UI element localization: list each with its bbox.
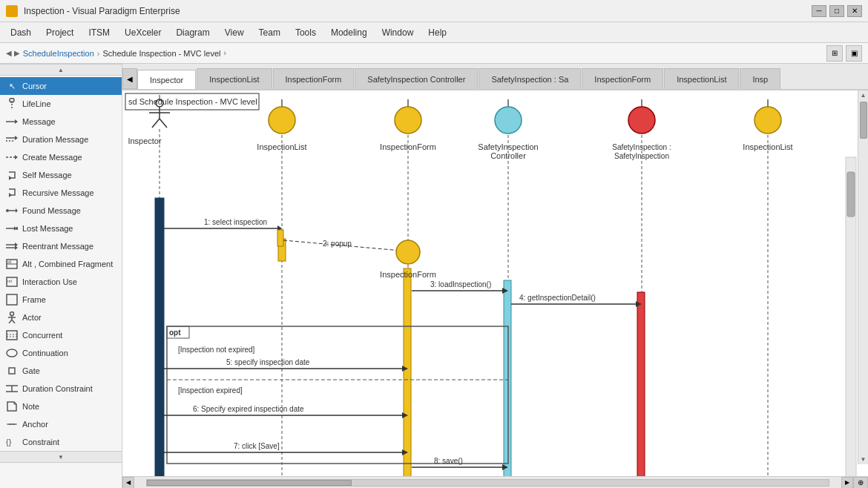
- svg-marker-3: [15, 119, 18, 124]
- interaction-use-icon: ref: [6, 276, 18, 288]
- grid-icon-button[interactable]: ⊞: [826, 45, 843, 62]
- scrollbar-thumb[interactable]: [147, 480, 352, 486]
- tab-safetycontroller[interactable]: SafetyInspection Controller: [355, 68, 478, 89]
- found-message-icon: [6, 205, 18, 217]
- sidebar-item-self-message[interactable]: Self Message: [0, 166, 122, 184]
- maximize-button[interactable]: □: [829, 5, 844, 17]
- sidebar-item-duration-message[interactable]: Duration Message: [0, 131, 122, 148]
- scrollbar-track[interactable]: [146, 479, 829, 487]
- scroll-thumb-vertical[interactable]: [860, 102, 867, 139]
- sidebar-item-create-message[interactable]: Create Message: [0, 148, 122, 166]
- sidebar-item-concurrent[interactable]: Concurrent: [0, 326, 122, 344]
- breadcrumb-nav-arrow[interactable]: ◀ ▶: [6, 49, 20, 57]
- sidebar-item-lifeline[interactable]: LifeLine: [0, 95, 122, 113]
- sidebar-item-continuation[interactable]: Continuation: [0, 344, 122, 362]
- diagram-canvas: sd Schedule Inspection - MVC level Inspe…: [122, 90, 864, 476]
- scroll-right-arrow[interactable]: ▶: [841, 477, 853, 489]
- scroll-down-arrow[interactable]: ▼: [861, 456, 867, 463]
- sidebar-item-interaction-use[interactable]: ref Interaction Use: [0, 273, 122, 291]
- sidebar-item-anchor-label: Anchor: [22, 420, 48, 429]
- minimize-button[interactable]: ─: [812, 5, 826, 17]
- sidebar-item-message-label: Message: [22, 117, 56, 126]
- sidebar-item-alt-combined[interactable]: alt Alt , Combined Fragment: [0, 255, 122, 273]
- sidebar-item-reentrant-message[interactable]: Reentrant Message: [0, 237, 122, 255]
- svg-point-57: [269, 107, 295, 133]
- scroll-left-arrow[interactable]: ◀: [122, 477, 134, 489]
- sidebar-item-lifeline-label: LifeLine: [22, 99, 51, 108]
- svg-text:alt: alt: [7, 260, 12, 264]
- menu-bar: Dash Project ITSM UeXceler Diagram View …: [0, 22, 868, 43]
- tab-inspectionform[interactable]: InspectionForm: [273, 68, 355, 89]
- tab-scroll-left[interactable]: ◀: [122, 68, 137, 89]
- zoom-button[interactable]: ⊕: [853, 477, 868, 489]
- menu-help[interactable]: Help: [421, 24, 454, 41]
- menu-itsm[interactable]: ITSM: [81, 24, 117, 41]
- sidebar-item-duration-label: Duration Message: [22, 135, 88, 144]
- sidebar-item-self-label: Self Message: [22, 171, 72, 179]
- sidebar-item-cursor[interactable]: ↖ Cursor: [0, 77, 122, 95]
- menu-modeling[interactable]: Modeling: [323, 24, 375, 41]
- menu-diagram[interactable]: Diagram: [168, 24, 217, 41]
- tab-inspectionlist2[interactable]: InspectionList: [664, 68, 739, 89]
- sidebar-item-gate[interactable]: Gate: [0, 362, 122, 380]
- close-button[interactable]: ✕: [847, 5, 862, 17]
- menu-window[interactable]: Window: [375, 24, 421, 41]
- sidebar-item-found-label: Found Message: [22, 206, 81, 215]
- lifeline-tabs: ◀ Inspector InspectionList InspectionFor…: [122, 64, 868, 90]
- sidebar-item-constraint[interactable]: {} Constraint: [0, 433, 122, 451]
- alt-combined-icon: alt: [6, 258, 18, 270]
- menu-uexceler[interactable]: UeXceler: [117, 24, 168, 41]
- breadcrumb-item-0[interactable]: ScheduleInspection: [23, 49, 94, 58]
- continuation-icon: [6, 347, 18, 359]
- sidebar-item-constraint-label: Constraint: [22, 438, 59, 446]
- window-controls[interactable]: ─ □ ✕: [812, 5, 862, 17]
- sidebar-item-message[interactable]: Message: [0, 113, 122, 131]
- svg-point-79: [754, 107, 781, 133]
- breadcrumb: ◀ ▶ ScheduleInspection › Schedule Inspec…: [0, 43, 868, 64]
- sidebar-item-anchor[interactable]: Anchor: [0, 415, 122, 433]
- gate-icon: [6, 365, 18, 377]
- sidebar-scroll-down[interactable]: ▼: [0, 451, 122, 463]
- window-title: Inspection - Visual Paradigm Enterprise: [24, 6, 806, 16]
- sidebar-item-frame-label: Frame: [22, 295, 46, 304]
- menu-project[interactable]: Project: [39, 24, 81, 41]
- svg-line-51: [152, 119, 160, 128]
- tab-insp[interactable]: Insp: [740, 68, 780, 89]
- sidebar-item-lost-message[interactable]: Lost Message: [0, 220, 122, 237]
- svg-line-52: [160, 119, 167, 128]
- svg-text:7: click [Save]: 7: click [Save]: [234, 442, 280, 450]
- sidebar-item-found-message[interactable]: Found Message: [0, 202, 122, 220]
- menu-team[interactable]: Team: [251, 24, 288, 41]
- svg-text:InspectionForm: InspectionForm: [380, 270, 436, 279]
- lost-message-icon: [6, 222, 18, 234]
- cursor-icon: ↖: [6, 80, 18, 92]
- sidebar-item-recursive-message[interactable]: Recursive Message: [0, 184, 122, 202]
- tab-inspectionform2[interactable]: InspectionForm: [582, 68, 663, 89]
- sidebar-scroll-up[interactable]: ▲: [0, 64, 122, 76]
- tab-inspectionlist[interactable]: InspectionList: [197, 68, 272, 89]
- menu-tools[interactable]: Tools: [288, 24, 323, 41]
- sidebar-item-duration-constraint[interactable]: Duration Constraint: [0, 380, 122, 398]
- svg-line-31: [12, 320, 15, 323]
- self-message-icon: [6, 169, 18, 181]
- sidebar: ▲ ↖ Cursor LifeLine Message Duration Mes…: [0, 64, 122, 488]
- svg-marker-8: [15, 155, 18, 159]
- tab-safetyinspection[interactable]: SafetyInspection : Sa: [479, 68, 581, 89]
- sidebar-item-actor[interactable]: Actor: [0, 309, 122, 326]
- menu-dash[interactable]: Dash: [3, 24, 39, 41]
- svg-text:8: save(): 8: save(): [434, 457, 463, 465]
- vertical-scrollbar[interactable]: ▲ ▼: [858, 90, 868, 464]
- scroll-up-arrow[interactable]: ▲: [861, 92, 867, 99]
- svg-rect-65: [404, 268, 411, 476]
- svg-rect-77: [637, 292, 645, 476]
- sidebar-item-frame[interactable]: Frame: [0, 291, 122, 309]
- sidebar-item-note[interactable]: Note: [0, 398, 122, 415]
- sidebar-item-interaction-label: Interaction Use: [22, 277, 77, 286]
- menu-view[interactable]: View: [217, 24, 251, 41]
- svg-text:5: specify inspection date: 5: specify inspection date: [226, 358, 310, 366]
- diagram-area[interactable]: sd Schedule Inspection - MVC level Inspe…: [122, 90, 868, 476]
- horizontal-scrollbar[interactable]: ◀ ▶ ⊕: [122, 476, 868, 488]
- window-icon-button[interactable]: ▣: [846, 45, 862, 62]
- sidebar-item-note-label: Note: [22, 402, 39, 411]
- tab-inspector[interactable]: Inspector: [137, 70, 196, 90]
